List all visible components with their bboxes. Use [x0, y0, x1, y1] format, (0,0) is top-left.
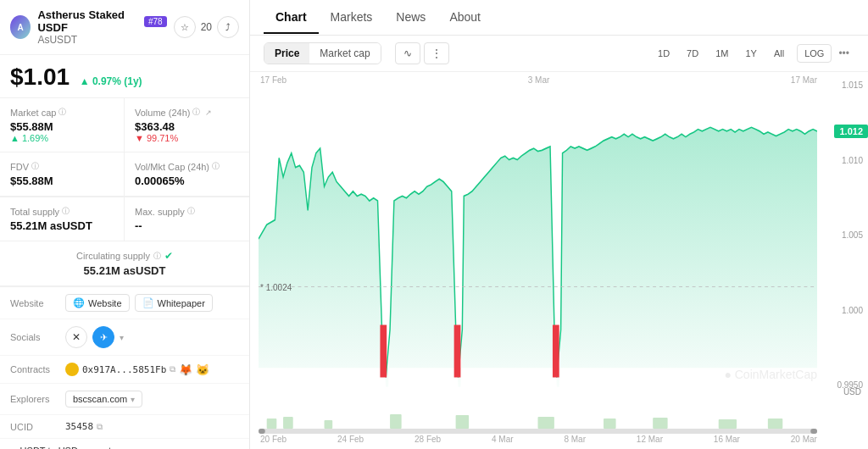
ucid-label: UCID: [10, 422, 65, 432]
website-section-label: Website: [10, 298, 65, 308]
y-label-4: 1.000: [826, 306, 863, 315]
watermark: ● CoinMarketCap: [724, 368, 817, 381]
globe-icon: 🌐: [73, 297, 85, 308]
total-supply-value: 55.21M asUSDT: [10, 219, 114, 232]
x-label-4: 4 Mar: [492, 435, 514, 444]
token-logo: A: [10, 15, 31, 39]
website-button[interactable]: 🌐 Website: [65, 294, 130, 312]
explorer-value: bscscan.com: [73, 394, 127, 404]
star-icon[interactable]: ☆: [174, 16, 196, 38]
top-x-labels: 17 Feb 3 Mar 17 Mar: [260, 75, 817, 85]
x-label-6: 12 Mar: [637, 435, 663, 444]
time-1y-btn[interactable]: 1Y: [737, 44, 764, 63]
token-price: $1.01: [10, 64, 70, 90]
svg-rect-5: [267, 419, 277, 429]
ucid-value: 35458: [65, 421, 93, 432]
max-supply-info-icon[interactable]: ⓘ: [187, 206, 195, 217]
star-count: 20: [201, 21, 212, 33]
volume-change: ▼ 99.71%: [135, 133, 239, 143]
market-cap-info-icon[interactable]: ⓘ: [58, 107, 66, 118]
price-chart-svg: [259, 72, 817, 396]
explorer-button[interactable]: bscscan.com ▾: [65, 391, 142, 407]
fdv-info-icon[interactable]: ⓘ: [31, 161, 39, 172]
tab-news[interactable]: News: [384, 2, 437, 34]
tab-markets[interactable]: Markets: [319, 2, 385, 34]
trustwallet-icon[interactable]: 🐱: [196, 363, 209, 376]
max-supply-value: --: [135, 219, 239, 232]
metamask-icon[interactable]: 🦊: [179, 363, 192, 376]
price-marketcap-toggle: Price Market cap: [264, 42, 381, 64]
x-label-1: 20 Feb: [260, 435, 287, 444]
tab-about[interactable]: About: [437, 2, 492, 34]
vol-mkt-cap-label: Vol/Mkt Cap (24h): [135, 162, 209, 172]
marketcap-toggle-btn[interactable]: Market cap: [309, 43, 380, 64]
socials-label: Socials: [10, 332, 65, 342]
time-all-btn[interactable]: All: [766, 44, 792, 63]
price-toggle-btn[interactable]: Price: [264, 43, 309, 64]
x-label-7: 16 Mar: [714, 435, 740, 444]
y-label-2: 1.010: [826, 156, 863, 165]
token-badge: #78: [144, 16, 167, 27]
chart-tabs: Chart Markets News About: [250, 0, 868, 36]
vol-mkt-cap-value: 0.00065%: [135, 175, 239, 187]
ucid-copy-icon[interactable]: ⧉: [97, 422, 103, 432]
mini-chart[interactable]: [259, 410, 817, 434]
y-label-1: 1.015: [826, 80, 863, 90]
chart-ref-line-label: * 1.0024: [260, 283, 292, 292]
x-axis-labels: 20 Feb 24 Feb 28 Feb 4 Mar 8 Mar 12 Mar …: [260, 431, 817, 447]
currency-label: USD: [843, 387, 861, 396]
y-axis: 1.015 1.010 1.005 1.000 0.9950: [821, 72, 868, 398]
svg-rect-13: [719, 419, 737, 429]
line-chart-icon: ∿: [403, 47, 412, 59]
line-chart-btn[interactable]: ∿: [395, 42, 420, 64]
volume-ext-link[interactable]: ↗: [205, 108, 212, 117]
whitepaper-button[interactable]: 📄 Whitepaper: [135, 294, 213, 312]
token-symbol: AsUSDT: [37, 34, 77, 46]
max-supply-label: Max. supply: [135, 207, 185, 217]
explorer-dropdown[interactable]: ▾: [131, 395, 135, 404]
more-options-btn[interactable]: •••: [833, 44, 854, 63]
mini-chart-svg: [259, 410, 817, 434]
svg-rect-11: [604, 419, 616, 429]
contracts-label: Contracts: [10, 364, 65, 374]
tab-chart[interactable]: Chart: [264, 2, 319, 34]
market-cap-value: $55.88M: [10, 120, 114, 133]
candle-chart-icon: ⋮: [431, 47, 442, 59]
total-supply-label: Total supply: [10, 207, 59, 217]
y-label-3: 1.005: [826, 230, 863, 240]
telegram-icon: ✈: [100, 332, 108, 343]
svg-rect-6: [283, 417, 293, 429]
volume-info-icon[interactable]: ⓘ: [192, 107, 200, 118]
price-change: ▲ 0.97% (1y): [80, 75, 142, 87]
time-7d-btn[interactable]: 7D: [679, 44, 706, 63]
svg-rect-12: [653, 418, 667, 429]
verified-icon: ✔: [164, 250, 173, 262]
x-label-8: 20 Mar: [791, 435, 817, 444]
token-name: Astherus Staked USDF: [37, 8, 139, 34]
x-label-2: 24 Feb: [337, 435, 364, 444]
converter-link[interactable]: asUSDT to USD converter: [0, 439, 249, 449]
candle-chart-btn[interactable]: ⋮: [424, 42, 449, 64]
time-1d-btn[interactable]: 1D: [650, 44, 677, 63]
watermark-text: ● CoinMarketCap: [724, 368, 817, 381]
contract-address: 0x917A...5851Fb: [82, 364, 166, 375]
svg-rect-8: [390, 414, 402, 429]
log-btn[interactable]: LOG: [797, 44, 832, 63]
circ-supply-info-icon[interactable]: ⓘ: [153, 251, 161, 262]
time-1m-btn[interactable]: 1M: [708, 44, 736, 63]
volume-value: $363.48: [135, 120, 239, 133]
volume-label: Volume (24h): [135, 108, 190, 118]
copy-icon[interactable]: ⧉: [170, 364, 175, 374]
vol-mkt-cap-info-icon[interactable]: ⓘ: [212, 161, 220, 172]
share-icon[interactable]: ⤴: [217, 16, 239, 38]
time-range-buttons: 1D 7D 1M 1Y All LOG •••: [650, 44, 854, 63]
circ-supply-label: Circulating supply: [76, 251, 150, 261]
socials-dropdown-arrow[interactable]: ▾: [120, 333, 124, 342]
explorers-label: Explorers: [10, 394, 65, 404]
svg-rect-1: [454, 325, 461, 378]
twitter-button[interactable]: ✕: [65, 326, 87, 348]
fdv-value: $55.88M: [10, 175, 114, 187]
total-supply-info-icon[interactable]: ⓘ: [62, 206, 70, 217]
telegram-button[interactable]: ✈: [92, 326, 114, 348]
bsc-chain-icon: [65, 363, 79, 376]
